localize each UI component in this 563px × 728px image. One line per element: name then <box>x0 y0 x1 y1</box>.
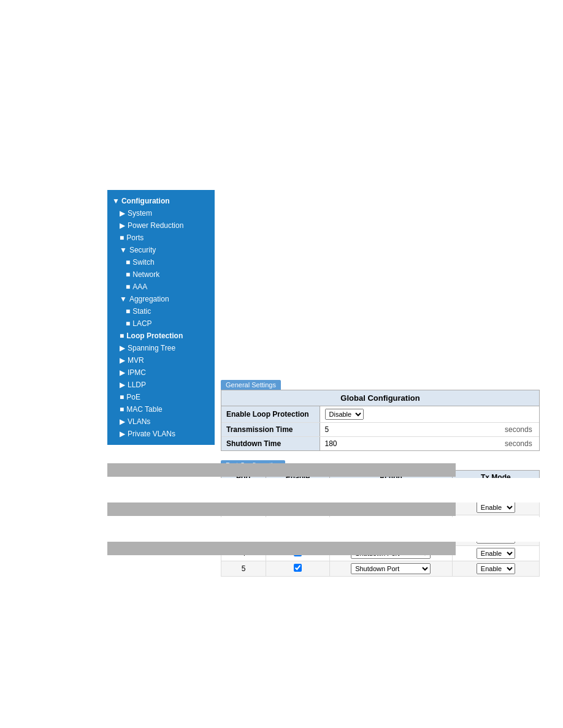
bar-gap-2 <box>0 517 563 542</box>
sidebar-item-ports[interactable]: ■ Ports <box>107 232 215 244</box>
table-row: 5 Shutdown Port <> Enable <box>221 561 540 577</box>
arrow-right-icon: ▶ <box>120 368 125 377</box>
config-table: Enable Loop Protection Disable Enable Tr… <box>221 406 539 450</box>
sidebar-item-aaa[interactable]: ■ AAA <box>107 281 215 293</box>
arrow-down-icon: ▼ <box>120 295 127 303</box>
shutdown-time-label: Shutdown Time <box>221 437 320 451</box>
global-config-title: Global Configuration <box>221 390 539 406</box>
general-settings-box: Global Configuration Enable Loop Protect… <box>221 390 540 451</box>
sidebar-title[interactable]: ▼ Configuration <box>107 195 215 207</box>
general-settings-label: General Settings <box>221 380 281 390</box>
enable-cell <box>266 561 330 577</box>
sidebar-item-private-vlans[interactable]: ▶ Private VLANs <box>107 428 215 440</box>
sidebar-item-mac-table[interactable]: ■ MAC Table <box>107 403 215 415</box>
txmode-cell: Enable Disable <box>452 561 539 577</box>
bottom-bars <box>0 463 563 556</box>
sidebar-item-lldp[interactable]: ▶ LLDP <box>107 379 215 391</box>
sidebar-item-aggregation[interactable]: ▼ Aggregation <box>107 293 215 305</box>
general-settings-section: General Settings Global Configuration En… <box>221 380 540 451</box>
top-area <box>0 0 563 190</box>
bullet-icon: ■ <box>126 258 130 267</box>
bullet-icon: ■ <box>126 270 130 279</box>
sidebar-item-lacp[interactable]: ■ LACP <box>107 317 215 330</box>
bullet-icon: ■ <box>126 282 130 291</box>
bullet-icon: ■ <box>120 233 124 242</box>
sidebar-item-static[interactable]: ■ Static <box>107 305 215 317</box>
sidebar-title-label: Configuration <box>121 197 170 205</box>
arrow-down-icon: ▼ <box>112 197 120 205</box>
arrow-right-icon: ▶ <box>120 417 125 426</box>
bullet-icon: ■ <box>126 307 130 316</box>
arrow-right-icon: ▶ <box>120 344 125 352</box>
sidebar-item-system[interactable]: ▶ System <box>107 207 215 219</box>
transmission-time-label: Transmission Time <box>221 423 320 437</box>
enable-checkbox[interactable] <box>294 564 302 572</box>
transmission-time-value: 5 <box>320 423 502 437</box>
port-cell: 5 <box>221 561 266 577</box>
sidebar-item-power-reduction[interactable]: ▶ Power Reduction <box>107 219 215 232</box>
enable-loop-protection-label: Enable Loop Protection <box>221 406 320 423</box>
sidebar-item-switch[interactable]: ■ Switch <box>107 256 215 268</box>
shutdown-time-unit: seconds <box>502 437 539 451</box>
arrow-down-icon: ▼ <box>120 246 127 254</box>
sidebar-item-spanning-tree[interactable]: ▶ Spanning Tree <box>107 342 215 354</box>
enable-loop-protection-unit <box>502 406 539 423</box>
page-wrapper: ▼ Configuration ▶ System ▶ Power Reducti… <box>0 0 563 728</box>
sidebar-item-network[interactable]: ■ Network <box>107 268 215 281</box>
gray-bar-3 <box>107 542 456 555</box>
bullet-icon: ■ <box>126 319 130 328</box>
arrow-right-icon: ▶ <box>120 221 125 230</box>
arrow-right-icon: ▶ <box>120 356 125 365</box>
bullet-icon: ■ <box>120 405 124 414</box>
enable-loop-protection-value: Disable Enable <box>320 406 502 423</box>
sidebar-item-mvr[interactable]: ▶ MVR <box>107 354 215 366</box>
bar-gap-1 <box>0 478 563 502</box>
gray-bar-1 <box>107 463 456 477</box>
arrow-right-icon: ▶ <box>120 430 125 438</box>
gray-bar-2 <box>107 502 456 516</box>
sidebar-item-loop-protection[interactable]: ■ Loop Protection <box>107 330 215 342</box>
sidebar-item-security[interactable]: ▼ Security <box>107 244 215 256</box>
sidebar: ▼ Configuration ▶ System ▶ Power Reducti… <box>107 190 215 445</box>
config-row-transmission: Transmission Time 5 seconds <box>221 423 539 437</box>
bullet-icon: ■ <box>120 332 124 340</box>
sidebar-item-poe[interactable]: ■ PoE <box>107 391 215 403</box>
bullet-icon: ■ <box>120 393 124 401</box>
transmission-time-unit: seconds <box>502 423 539 437</box>
shutdown-time-value: 180 <box>320 437 502 451</box>
action-cell: Shutdown Port <> <box>329 561 452 577</box>
sidebar-item-vlans[interactable]: ▶ VLANs <box>107 415 215 428</box>
config-row-shutdown: Shutdown Time 180 seconds <box>221 437 539 451</box>
action-select[interactable]: Shutdown Port <> <box>351 563 431 574</box>
sidebar-item-ipmc[interactable]: ▶ IPMC <box>107 366 215 379</box>
txmode-select[interactable]: Enable Disable <box>477 563 515 574</box>
arrow-right-icon: ▶ <box>120 209 125 218</box>
arrow-right-icon: ▶ <box>120 381 125 389</box>
enable-loop-protection-select[interactable]: Disable Enable <box>325 409 364 420</box>
config-row-enable: Enable Loop Protection Disable Enable <box>221 406 539 423</box>
